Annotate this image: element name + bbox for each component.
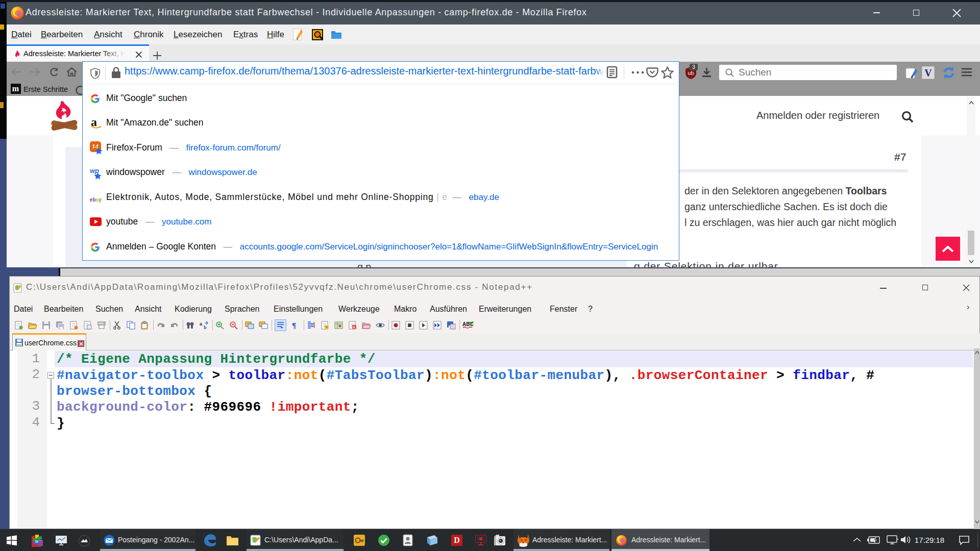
- svg-text:A: A: [353, 325, 355, 329]
- svg-text:ub: ub: [688, 70, 694, 76]
- svg-text:ABC: ABC: [462, 321, 474, 327]
- svg-text:a: a: [200, 321, 203, 327]
- svg-text:b: b: [204, 325, 207, 330]
- svg-text:¶: ¶: [292, 321, 296, 330]
